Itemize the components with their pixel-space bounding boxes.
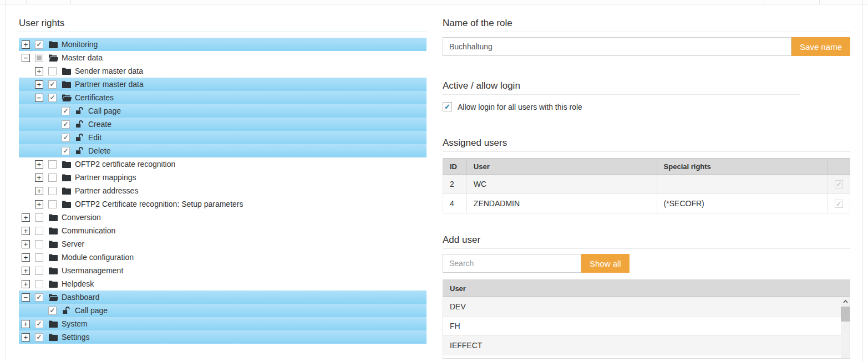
tree-checkbox[interactable]	[62, 147, 70, 155]
tree-checkbox[interactable]	[35, 280, 43, 288]
tree-item-label: Call page	[75, 306, 108, 315]
allow-login-checkbox[interactable]	[443, 102, 452, 111]
tree-item-create[interactable]: Create	[19, 118, 427, 131]
tree-checkbox[interactable]	[48, 307, 57, 315]
folder-closed-icon	[62, 201, 72, 208]
tree-item-communication[interactable]: +Communication	[19, 224, 427, 237]
tree-checkbox[interactable]	[35, 54, 43, 62]
tree-item-certificates[interactable]: −Certificates	[19, 91, 427, 104]
expand-icon[interactable]: +	[22, 40, 30, 49]
collapse-icon[interactable]: −	[22, 54, 30, 62]
divider	[19, 32, 427, 32]
tree-item-call-page[interactable]: Call page	[19, 104, 427, 118]
expand-icon[interactable]: +	[22, 240, 30, 248]
scrollbar-thumb[interactable]	[841, 307, 850, 322]
tree-item-server[interactable]: +Server	[19, 237, 427, 251]
expand-icon[interactable]: +	[22, 213, 30, 222]
tree-checkbox[interactable]	[35, 227, 43, 235]
tree-checkbox[interactable]	[48, 187, 57, 195]
expand-icon[interactable]: +	[35, 160, 43, 169]
folder-closed-icon	[49, 281, 59, 288]
expand-icon[interactable]: +	[22, 253, 30, 262]
folder-closed-icon	[49, 254, 59, 261]
expand-icon[interactable]: +	[22, 320, 30, 328]
tree-checkbox[interactable]	[48, 80, 57, 89]
tree-item-oftp2-certificate-recognition[interactable]: +OFTP2 certificate recognition	[19, 157, 427, 171]
tree-checkbox[interactable]	[48, 67, 57, 75]
assigned-user-checkbox-cell	[828, 175, 850, 194]
folder-closed-icon	[49, 41, 59, 48]
user-list-header: User	[443, 280, 850, 297]
tree-item-system[interactable]: +System	[19, 317, 427, 330]
tree-checkbox[interactable]	[35, 267, 43, 275]
tree-item-conversion[interactable]: +Conversion	[19, 211, 427, 224]
assigned-users-table: IDUserSpecial rights 2WC4ZENDADMIN(*SECO…	[443, 158, 850, 213]
tree-item-usermanagement[interactable]: +Usermanagement	[19, 264, 427, 277]
assigned-users-header-row: IDUserSpecial rights	[443, 159, 850, 175]
folder-closed-icon	[62, 187, 72, 195]
tree-checkbox[interactable]	[35, 213, 43, 222]
tree-item-helpdesk[interactable]: +Helpdesk	[19, 277, 427, 290]
role-name-title: Name of the role	[443, 16, 850, 31]
tree-item-label: Create	[88, 120, 111, 129]
collapse-icon[interactable]: −	[35, 94, 43, 102]
tree-checkbox[interactable]	[48, 200, 57, 208]
expand-icon[interactable]: +	[35, 67, 43, 75]
expand-icon[interactable]: +	[35, 200, 43, 208]
user-rights-panel: User rights +Monitoring−Master data+Send…	[19, 4, 427, 361]
assigned-user-name: WC	[466, 175, 657, 194]
user-list-item-dev[interactable]: DEV	[443, 297, 841, 317]
tree-item-dashboard[interactable]: −Dashboard	[19, 290, 427, 304]
tree-checkbox[interactable]	[35, 240, 43, 248]
tree-checkbox[interactable]	[35, 333, 43, 341]
tree-item-delete[interactable]: Delete	[19, 144, 427, 157]
tree-checkbox[interactable]	[48, 160, 57, 169]
tree-item-master-data[interactable]: −Master data	[19, 51, 427, 64]
search-input[interactable]	[443, 254, 581, 273]
expand-icon[interactable]: +	[22, 267, 30, 275]
tree-item-partner-mappings[interactable]: +Partner mappings	[19, 171, 427, 184]
scroll-up-button[interactable]	[841, 297, 850, 306]
tree-item-label: Settings	[62, 333, 90, 341]
tree-item-call-page[interactable]: Call page	[19, 304, 427, 317]
tree-item-partner-addresses[interactable]: +Partner addresses	[19, 184, 427, 197]
expand-icon[interactable]: +	[22, 333, 30, 341]
collapse-icon[interactable]: −	[22, 293, 30, 302]
lock-icon	[75, 134, 85, 141]
tree-item-partner-master-data[interactable]: +Partner master data	[19, 78, 427, 91]
tree-item-settings[interactable]: +Settings	[19, 330, 427, 344]
expand-icon[interactable]: +	[35, 187, 43, 195]
scrollbar[interactable]	[841, 297, 850, 358]
tree-item-monitoring[interactable]: +Monitoring	[19, 38, 427, 51]
tree-item-edit[interactable]: Edit	[19, 131, 427, 144]
folder-closed-icon	[62, 81, 72, 88]
tree-checkbox[interactable]	[48, 94, 57, 102]
user-rights-title: User rights	[19, 16, 427, 31]
tree-checkbox[interactable]	[48, 174, 57, 182]
tree-checkbox[interactable]	[35, 253, 43, 262]
expand-icon[interactable]: +	[35, 174, 43, 182]
tree-item-label: OFTP2 Certificate recognition: Setup par…	[75, 200, 243, 208]
show-all-button[interactable]: Show all	[581, 254, 630, 273]
tree-item-sender-master-data[interactable]: +Sender master data	[19, 64, 427, 78]
tree-item-label: Edit	[88, 133, 101, 142]
tree-checkbox[interactable]	[35, 40, 43, 49]
user-list-item-ieffect[interactable]: IEFFECT	[443, 336, 841, 355]
assigned-user-checkbox	[835, 200, 843, 208]
tree-checkbox[interactable]	[35, 293, 43, 302]
divider	[443, 32, 850, 32]
role-name-input[interactable]	[443, 37, 791, 56]
user-list-item-fh[interactable]: FH	[443, 317, 841, 336]
save-name-button[interactable]: Save name	[791, 37, 850, 56]
tree-checkbox[interactable]	[62, 120, 70, 129]
tree-item-oftp2-certificate-recognition-setup-parameters[interactable]: +OFTP2 Certificate recognition: Setup pa…	[19, 197, 427, 211]
expand-icon[interactable]: +	[35, 80, 43, 89]
tree-checkbox[interactable]	[62, 134, 70, 142]
tree-checkbox[interactable]	[35, 320, 43, 328]
tree-checkbox[interactable]	[62, 107, 70, 115]
expand-icon[interactable]: +	[22, 280, 30, 288]
expand-icon[interactable]: +	[22, 227, 30, 235]
assigned-user-checkbox	[835, 180, 843, 188]
user-list-scroll-area: DEVFHIEFFECT	[443, 297, 850, 358]
tree-item-module-configuration[interactable]: +Module configuration	[19, 251, 427, 264]
